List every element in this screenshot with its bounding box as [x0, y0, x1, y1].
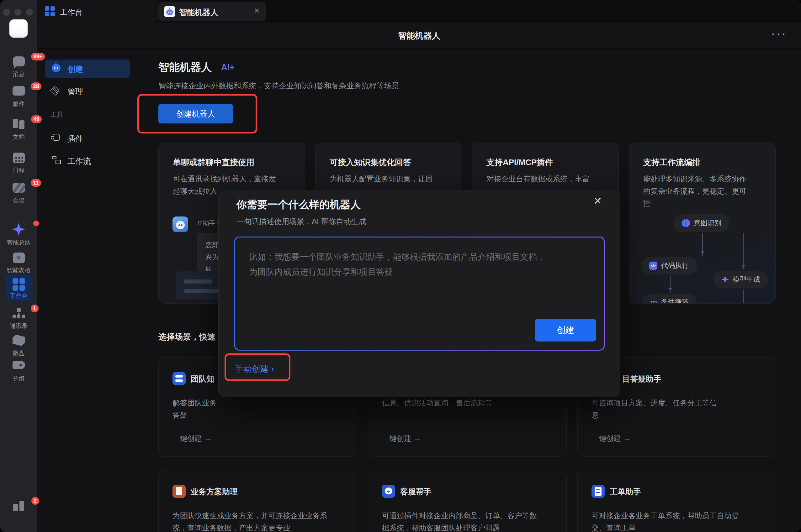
mail-badge: 28	[31, 82, 42, 90]
modal-create-button[interactable]: 创建	[535, 319, 596, 342]
nav-item-create[interactable]: 创建	[45, 59, 130, 78]
more-app-badge: 2	[31, 497, 39, 505]
meeting-badge: 11	[31, 179, 41, 187]
create-robot-button[interactable]: 创建机器人	[158, 104, 233, 124]
grid-icon	[13, 278, 25, 291]
create-robot-modal: 你需要一个什么样的机器人 一句话描述使用场景，AI 帮你自动生成 × 比如：我想…	[218, 190, 620, 397]
traffic-light-minimize[interactable]	[14, 9, 21, 16]
mail-icon	[13, 86, 25, 96]
tab-workbench[interactable]: 工作台	[37, 0, 158, 22]
org-chart-icon	[13, 308, 25, 319]
scenario-card-business-plan[interactable]: 业务方案助理 为团队快速生成业务方案，并可连接企业业务系 统，查询业务数据，产出…	[158, 470, 357, 532]
messages-badge: 99+	[31, 53, 45, 60]
modal-title: 你需要一个什么样的机器人	[236, 198, 361, 212]
close-icon[interactable]: ×	[594, 193, 602, 208]
rail-item-ai-summary[interactable]: 智能总结	[0, 223, 37, 247]
section-title: 选择场景，快速	[158, 331, 216, 342]
drive-icon	[13, 335, 25, 346]
rail-item-messages[interactable]: 99+ 消息	[0, 56, 37, 78]
flow-arrow	[702, 233, 703, 256]
chat-bubble-icon	[13, 56, 25, 66]
app-rail: 99+ 消息 28 邮件 49 文档 日程 11 会议 智能总结	[0, 0, 37, 532]
tab-smart-robot[interactable]: 智能机器人 ×	[158, 2, 266, 21]
book-icon	[172, 372, 186, 385]
rail-item-group[interactable]: 分组	[0, 361, 37, 383]
app-window: 99+ 消息 28 邮件 49 文档 日程 11 会议 智能总结	[0, 0, 801, 532]
contacts-badge: 1	[31, 305, 39, 312]
traffic-light-close[interactable]	[3, 9, 10, 16]
rail-item-more-app[interactable]: 2	[0, 501, 37, 513]
tag-icon	[13, 361, 25, 369]
scenario-card-ticket[interactable]: 工单助手 可对接企业各业务工单系统，帮助员工自助提 交、查询工单	[577, 470, 776, 532]
rail-item-drive[interactable]: 微盘	[0, 335, 37, 357]
robot-icon	[52, 64, 60, 72]
sparkle-icon	[13, 223, 25, 235]
rail-item-ai-table[interactable]: 智能表格	[0, 252, 37, 274]
page-title: 智能机器人	[37, 30, 801, 41]
one-click-create-link[interactable]: 一键创建 →	[382, 433, 421, 443]
ticket-icon	[591, 485, 605, 498]
layers-icon	[52, 86, 59, 93]
rail-item-contacts[interactable]: 1 通讯录	[0, 308, 37, 330]
ai-summary-dot-badge	[33, 221, 39, 226]
manual-create-link[interactable]: 手动创建 ›	[235, 363, 274, 375]
code-icon: </>	[649, 262, 657, 270]
main-subtitle: 智能连接企业内外数据和系统，支持企业知识问答和复杂业务流程等场景	[158, 81, 399, 91]
one-click-create-link[interactable]: 一键创建 →	[591, 433, 631, 443]
tab-close-icon[interactable]: ×	[254, 6, 259, 16]
nav-section-tools: 工具	[50, 110, 63, 119]
brain-icon	[682, 219, 690, 227]
sparkle-icon	[721, 276, 729, 283]
bot-name: IT助手	[197, 219, 216, 227]
rail-item-meeting[interactable]: 11 会议	[0, 183, 37, 205]
chat-bubble-icon	[382, 485, 395, 498]
docs-icon	[13, 119, 25, 129]
chip-loop: ∞ 条件循环	[642, 294, 696, 304]
robot-icon	[164, 6, 175, 17]
traffic-light-zoom[interactable]	[26, 9, 33, 16]
input-placeholder: 比如：我想要一个团队业务知识助手，能够根据我添加的产品介绍和项目文档， 为团队内…	[249, 249, 591, 280]
calendar-icon	[13, 153, 25, 163]
org-logo	[10, 19, 28, 38]
docs-badge: 49	[31, 115, 42, 123]
chip-code: </> 代码执行	[641, 257, 697, 274]
tab-bar: 工作台 智能机器人 ×	[37, 0, 801, 22]
feature-card-workflow: 支持工作流编排 能处理多知识来源、多系统协作 的复杂业务流程，更稳定、更可 控 …	[629, 142, 776, 304]
table-icon	[13, 252, 25, 263]
modal-subtitle: 一句话描述使用场景，AI 帮你自动生成	[236, 216, 366, 227]
page-header: 智能机器人 ···	[37, 22, 801, 49]
grid-icon	[45, 6, 55, 16]
scenario-card-customer-service[interactable]: 客服帮手 可通过插件对接企业内部商品、订单、客户等数 据系统，帮助客服团队处理客…	[368, 470, 567, 532]
chat-input-skeleton	[176, 271, 223, 300]
robot-description-input[interactable]: 比如：我想要一个团队业务知识助手，能够根据我添加的产品介绍和项目文档， 为团队内…	[234, 236, 605, 350]
flow-line	[743, 289, 744, 304]
rail-item-docs[interactable]: 49 文档	[0, 119, 37, 141]
rail-item-workbench[interactable]: 工作台	[0, 278, 37, 300]
nav-item-workflow[interactable]: 工作流	[45, 152, 130, 170]
rail-item-calendar[interactable]: 日程	[0, 153, 37, 174]
puzzle-icon	[53, 134, 59, 141]
more-menu-icon[interactable]: ···	[771, 27, 787, 40]
nav-item-manage[interactable]: 管理	[45, 82, 130, 100]
nav-item-plugin[interactable]: 插件	[45, 129, 130, 147]
chip-intent: 意图识别	[674, 214, 729, 232]
infinity-icon: ∞	[651, 298, 657, 304]
rail-item-mail[interactable]: 28 邮件	[0, 86, 37, 108]
document-icon	[172, 485, 186, 498]
bar-chart-icon	[13, 501, 24, 511]
workflow-icon	[52, 156, 56, 159]
flow-arrow	[670, 276, 671, 292]
chip-model: 模型生成	[713, 271, 768, 288]
video-meeting-icon	[13, 183, 25, 193]
bot-avatar	[172, 216, 188, 232]
one-click-create-link[interactable]: 一键创建 →	[172, 433, 212, 443]
main-title: 智能机器人	[158, 60, 212, 75]
ai-plus-badge: AI+	[221, 63, 235, 72]
flow-arrow	[743, 233, 744, 269]
